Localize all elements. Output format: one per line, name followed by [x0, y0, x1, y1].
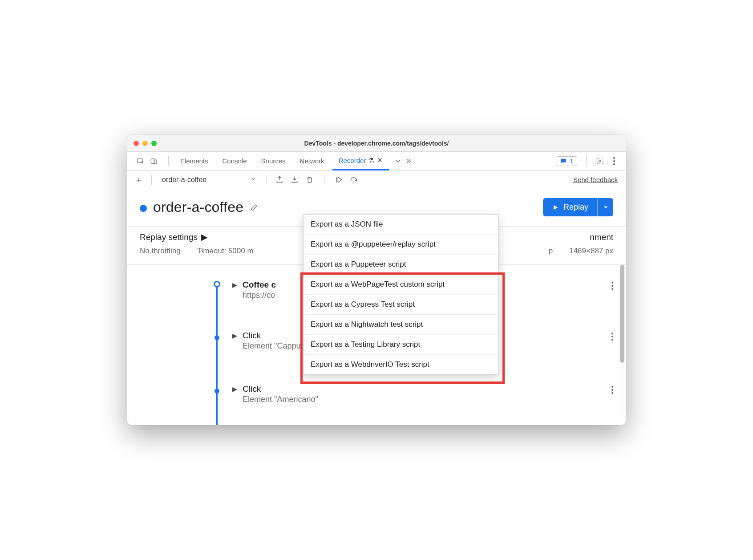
import-icon[interactable]: [290, 175, 299, 184]
devtools-window: DevTools - developer.chrome.com/tags/dev…: [127, 135, 626, 425]
tab-label: Network: [300, 157, 324, 165]
tab-label: Sources: [261, 157, 286, 165]
export-menu: Export as a JSON file Export as a @puppe…: [303, 214, 499, 375]
timeline-node: [214, 281, 220, 288]
step-subtitle: https://co: [243, 291, 276, 300]
tab-label: Recorder: [339, 157, 366, 164]
timeline-node: [215, 335, 219, 340]
svg-point-4: [353, 181, 355, 183]
step-item[interactable]: ▶ Click Element "Americano": [232, 384, 613, 404]
export-menu-item-webdriverio[interactable]: Export as a WebdriverIO Test script: [304, 355, 498, 374]
tab-label: Console: [223, 157, 247, 165]
divider: [168, 156, 169, 166]
divider: [189, 247, 189, 256]
device-value: p: [549, 247, 553, 256]
inspect-element-icon[interactable]: [136, 157, 145, 166]
divider: [561, 247, 561, 256]
edit-title-icon[interactable]: [250, 203, 259, 212]
recording-select[interactable]: order-a-coffee: [158, 174, 260, 186]
zoom-window-button[interactable]: [151, 141, 157, 146]
titlebar: DevTools - developer.chrome.com/tags/dev…: [127, 135, 626, 152]
step-menu-icon[interactable]: [611, 333, 613, 341]
divider: [324, 175, 324, 185]
panel-tabstrip: Elements Console Sources Network Recorde…: [127, 152, 626, 170]
replay-settings-header[interactable]: Replay settings ▶: [140, 232, 208, 242]
recorder-toolbar: ＋ order-a-coffee: [127, 170, 626, 189]
delete-icon[interactable]: [305, 175, 314, 184]
settings-gear-icon[interactable]: [595, 157, 604, 166]
step-over-icon[interactable]: [349, 175, 358, 184]
recording-select-value: order-a-coffee: [162, 176, 206, 184]
timeline-line: [216, 281, 218, 425]
send-feedback-link[interactable]: Send feedback: [573, 176, 620, 183]
step-subtitle: Element "Americano": [243, 395, 318, 404]
export-menu-item-nightwatch[interactable]: Export as a Nightwatch test script: [304, 315, 498, 335]
tab-elements[interactable]: Elements: [174, 152, 215, 170]
divider: [267, 175, 267, 185]
export-menu-item-json[interactable]: Export as a JSON file: [304, 215, 498, 235]
issues-badge[interactable]: 1: [556, 156, 577, 166]
tab-recorder[interactable]: Recorder ⚗ ✕: [332, 152, 389, 170]
chevron-right-icon: ▶: [201, 232, 208, 242]
close-window-button[interactable]: [134, 141, 139, 146]
throttling-value: No throttling: [140, 247, 181, 256]
recording-status-dot: [140, 205, 147, 212]
export-menu-item-webpagetest[interactable]: Export as a WebPageTest custom script: [304, 275, 498, 295]
environment-header[interactable]: nment: [590, 232, 613, 242]
close-tab-icon[interactable]: ✕: [377, 156, 383, 164]
environment-label: nment: [590, 232, 613, 242]
step-title: Click: [243, 384, 318, 394]
export-menu-item-puppeteer-replay[interactable]: Export as a @puppeteer/replay script: [304, 235, 498, 255]
device-toolbar-icon[interactable]: [150, 157, 158, 166]
step-menu-icon[interactable]: [611, 282, 613, 290]
svg-point-3: [599, 160, 601, 162]
export-icon[interactable]: [275, 175, 284, 184]
timeline-node: [215, 389, 219, 394]
chevron-right-icon: ▶: [232, 281, 237, 288]
timeout-value: Timeout: 5000 m: [197, 247, 254, 256]
tab-label: Elements: [180, 157, 208, 165]
recording-title: order-a-coffee: [153, 199, 243, 215]
continue-icon[interactable]: [334, 175, 343, 184]
divider: [586, 156, 587, 166]
chevron-right-icon: ▶: [232, 386, 237, 393]
replay-options-button[interactable]: [597, 198, 613, 216]
minimize-window-button[interactable]: [142, 141, 148, 146]
divider: [151, 175, 152, 185]
tab-console[interactable]: Console: [216, 152, 253, 170]
replay-button[interactable]: Replay: [543, 198, 597, 216]
svg-rect-1: [151, 158, 155, 163]
step-title: Coffee c: [243, 280, 276, 290]
chevron-right-icon: ▶: [232, 332, 237, 339]
scrollbar-thumb[interactable]: [620, 265, 624, 363]
step-menu-icon[interactable]: [611, 386, 613, 394]
replay-settings-label: Replay settings: [140, 232, 198, 242]
more-tabs-chevrons-icon[interactable]: [404, 157, 413, 166]
export-menu-item-cypress[interactable]: Export as a Cypress Test script: [304, 295, 498, 315]
tab-network[interactable]: Network: [294, 152, 331, 170]
viewport-value: 1469×887 px: [569, 247, 613, 256]
issues-count: 1: [570, 158, 573, 165]
window-controls: [134, 141, 157, 146]
main-menu-icon[interactable]: [610, 157, 619, 166]
tab-sources[interactable]: Sources: [255, 152, 292, 170]
new-recording-button[interactable]: ＋: [133, 173, 145, 187]
export-menu-item-puppeteer[interactable]: Export as a Puppeteer script: [304, 255, 498, 275]
more-tabs-icon[interactable]: [393, 157, 402, 166]
chevron-down-icon: [250, 176, 256, 184]
replay-button-label: Replay: [563, 203, 588, 212]
export-menu-item-testing-library[interactable]: Export as a Testing Library script: [304, 335, 498, 355]
svg-rect-2: [154, 160, 157, 164]
flask-icon: ⚗: [368, 157, 374, 164]
window-title: DevTools - developer.chrome.com/tags/dev…: [127, 140, 626, 147]
